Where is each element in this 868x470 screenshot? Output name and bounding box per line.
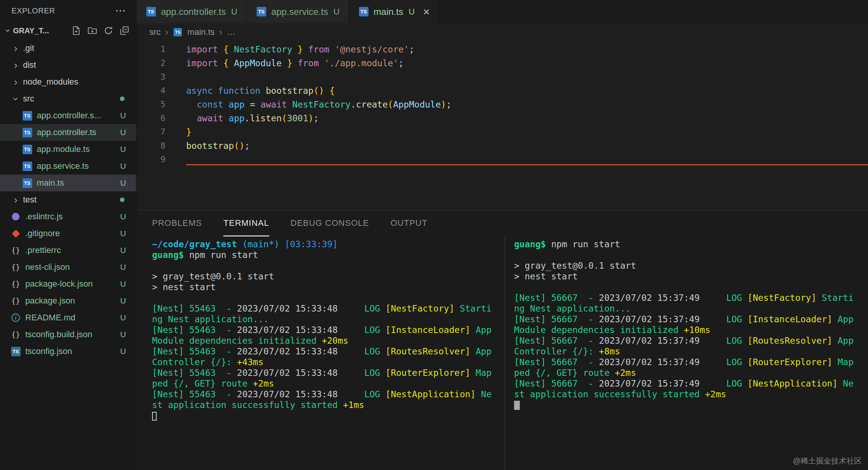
panel-tabbar: PROBLEMSTERMINALDEBUG CONSOLEOUTPUT: [136, 211, 868, 237]
tree-file-app.service.ts[interactable]: TSapp.service.tsU: [0, 158, 136, 175]
code-token: [292, 58, 298, 68]
tree-file-README.md[interactable]: iREADME.mdU: [0, 309, 136, 326]
terminal-token: npm run start: [546, 239, 620, 249]
terminal-token: +2ms: [705, 389, 726, 399]
terminal-line: > gray_test@0.0.1 start: [514, 260, 868, 271]
watermark: @稀土掘金技术社区: [793, 456, 862, 466]
ts-file-icon: TS: [146, 7, 156, 16]
code-text: [165, 70, 868, 84]
terminal-line: st application successfully started +2ms: [514, 389, 868, 400]
file-name: README.md: [25, 313, 75, 323]
new-file-icon[interactable]: [70, 24, 82, 37]
code-token: NestFactory: [292, 100, 350, 109]
terminal-pane-right[interactable]: guang$ npm run start > gray_test@0.0.1 s…: [504, 237, 868, 470]
tree-folder-dist[interactable]: ›dist: [0, 57, 136, 73]
workspace-row[interactable]: › GRAY_T...: [0, 21, 136, 40]
code-line: 1import { NestFactory } from '@nestjs/co…: [136, 42, 868, 56]
terminal-line: [Nest] 56667 - 2023/07/02 15:37:49 LOG […: [514, 335, 868, 346]
terminal-token: 2023/07/02 15:37:49: [599, 336, 726, 346]
tree-folder-node_modules[interactable]: ›node_modules: [0, 73, 136, 90]
tree-file-main.ts[interactable]: TSmain.tsU: [0, 175, 136, 191]
tab-app.controller.ts[interactable]: TSapp.controller.tsU: [136, 0, 247, 23]
workspace-name: GRAY_T...: [13, 26, 49, 35]
code-token: ;: [409, 44, 414, 54]
json-file-icon: {}: [9, 263, 22, 271]
code-token: [319, 58, 324, 68]
new-folder-icon[interactable]: [86, 24, 98, 37]
git-status-badge: U: [120, 313, 126, 322]
terminal-token: +20ms: [322, 336, 348, 346]
panel-tab-problems[interactable]: PROBLEMS: [152, 211, 202, 237]
breadcrumb[interactable]: src›TSmain.ts›…: [136, 23, 868, 41]
git-status-badge: U: [120, 128, 126, 137]
collapse-all-icon[interactable]: [118, 24, 131, 37]
git-status-badge: U: [120, 296, 126, 305]
terminal-token: [03:33:39]: [285, 239, 337, 249]
folder-name: .git: [23, 43, 34, 53]
git-status-badge: U: [231, 7, 237, 17]
code-token: function: [218, 86, 260, 96]
code-line: 8bootstrap();: [136, 139, 868, 153]
tree-file-package.json[interactable]: {}package.jsonU: [0, 292, 136, 309]
terminal-pane-left[interactable]: ~/code/gray_test (main*) [03:33:39]guang…: [136, 237, 504, 470]
panel-tab-output[interactable]: OUTPUT: [390, 211, 427, 237]
git-status-badge: U: [120, 246, 126, 255]
folder-name: test: [23, 195, 36, 205]
tree-file-tsconfig.json[interactable]: TStsconfig.jsonU: [0, 343, 136, 360]
modified-dot-icon: [120, 96, 124, 101]
refresh-icon[interactable]: [102, 24, 115, 37]
tree-folder-test[interactable]: ›test: [0, 191, 136, 208]
tree-file-app.controller.ts[interactable]: TSapp.controller.tsU: [0, 124, 136, 141]
more-actions-icon[interactable]: ⋯: [115, 5, 126, 16]
code-token: (): [234, 141, 245, 151]
breadcrumb-item[interactable]: src: [149, 27, 160, 37]
terminal-line: [514, 250, 868, 260]
ts-logo: TS: [23, 178, 32, 188]
tree-file-package-lock.json[interactable]: {}package-lock.jsonU: [0, 276, 136, 292]
error-underline: [186, 164, 868, 165]
terminal-token: > nest start: [514, 271, 578, 281]
chevron-icon: ›: [10, 92, 22, 105]
terminal-token: +8ms: [599, 346, 620, 356]
code-token: [287, 100, 292, 109]
tab-main.ts[interactable]: TSmain.tsU×: [349, 0, 439, 23]
panel-tab-terminal[interactable]: TERMINAL: [223, 211, 269, 237]
tree-file-.gitignore[interactable]: .gitignoreU: [0, 225, 136, 242]
tree-file-.prettierrc[interactable]: {}.prettierrcU: [0, 242, 136, 259]
folder-name: src: [23, 94, 34, 104]
terminal-token: ~/code/gray_test: [152, 239, 237, 249]
panel-tab-debug-console[interactable]: DEBUG CONSOLE: [291, 211, 369, 237]
terminal-token: Map: [476, 368, 492, 378]
line-number: 6: [136, 111, 165, 125]
code-line: 5 const app = await NestFactory.create(A…: [136, 98, 868, 111]
code-token: [218, 58, 223, 68]
terminal-token: [Nest] 55463 -: [152, 325, 237, 335]
ts-file-icon: TS: [21, 145, 34, 154]
tree-folder-.git[interactable]: ›.git: [0, 40, 136, 57]
terminal-line: Module dependencies initialized +20ms: [152, 335, 504, 346]
code-editor[interactable]: 1import { NestFactory } from '@nestjs/co…: [136, 41, 868, 210]
terminal-token: 2023/07/02 15:37:49: [599, 379, 726, 388]
tree-file-.eslintrc.js[interactable]: .eslintrc.jsU: [0, 208, 136, 225]
code-token: ;: [446, 100, 452, 109]
terminal-token: ng Nest application...: [514, 304, 631, 313]
tree-file-tsconfig.build.json[interactable]: {}tsconfig.build.jsonU: [0, 326, 136, 343]
code-token: from: [308, 44, 329, 54]
code-token: {: [223, 44, 229, 54]
breadcrumb-item[interactable]: main.ts: [187, 27, 215, 37]
code-token: [260, 86, 266, 96]
tab-app.service.ts[interactable]: TSapp.service.tsU: [247, 0, 349, 23]
tree-file-app.module.ts[interactable]: TSapp.module.tsU: [0, 141, 136, 158]
breadcrumb-item[interactable]: …: [227, 27, 235, 37]
terminal-token: [NestFactory]: [385, 304, 460, 313]
tree-folder-src[interactable]: ›src: [0, 90, 136, 107]
json-file-icon: {}: [9, 246, 22, 255]
terminal-line: [Nest] 56667 - 2023/07/02 15:37:49 LOG […: [514, 378, 868, 389]
git-status-badge: U: [120, 111, 126, 120]
close-icon[interactable]: ×: [423, 6, 430, 18]
ts-file-icon: TS: [173, 28, 183, 36]
terminal-token: LOG: [364, 325, 385, 335]
tree-file-app.controller.s...[interactable]: TSapp.controller.s...U: [0, 107, 136, 124]
terminal-token: LOG: [364, 346, 385, 356]
tree-file-nest-cli.json[interactable]: {}nest-cli.jsonU: [0, 259, 136, 276]
